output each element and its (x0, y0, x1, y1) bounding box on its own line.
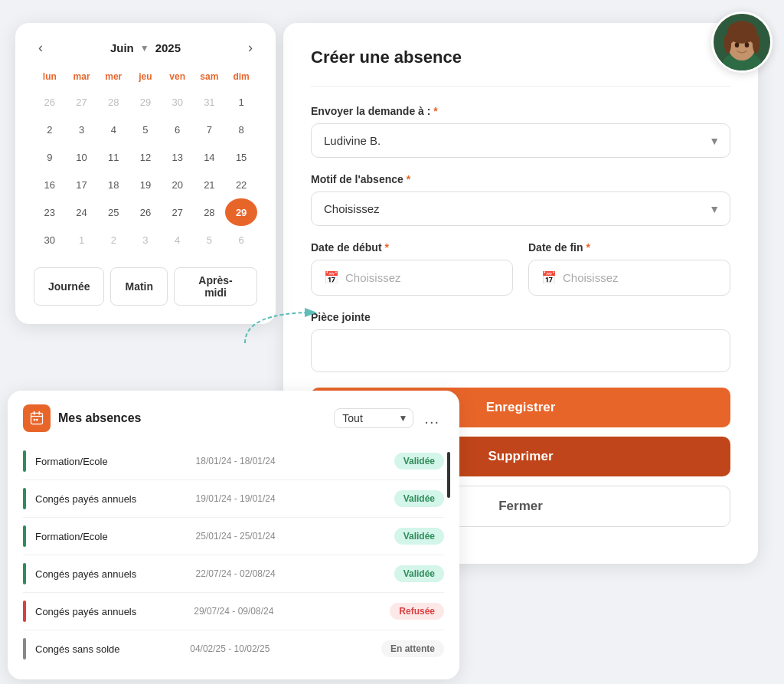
svg-rect-21 (36, 419, 38, 421)
cal-day[interactable]: 2 (97, 226, 129, 254)
cal-day[interactable]: 5 (194, 226, 226, 254)
absences-more-button[interactable]: ... (420, 408, 444, 429)
absence-row[interactable]: Formation/Ecole25/01/24 - 25/01/24Validé… (23, 518, 444, 555)
cal-day[interactable]: 19 (129, 171, 162, 198)
motif-label: Motif de l'absence * (311, 173, 730, 185)
cal-day[interactable]: 6 (225, 226, 257, 254)
date-debut-label: Date de début * (311, 241, 513, 254)
calendar-dropdown-icon: ▼ (140, 43, 149, 54)
date-debut-input[interactable]: 📅 Choisissez (311, 260, 513, 296)
cal-day[interactable]: 13 (162, 143, 194, 171)
cal-day[interactable]: 30 (34, 226, 66, 254)
absence-type: Congés payés annuels (35, 568, 187, 580)
cal-day[interactable]: 21 (194, 171, 226, 198)
cal-day[interactable]: 26 (129, 198, 162, 226)
calendar-month-label: Juin (110, 41, 134, 54)
cal-day[interactable]: 23 (34, 198, 66, 226)
date-row: Date de début * 📅 Choisissez Date de fin… (311, 241, 730, 311)
cal-day[interactable]: 25 (97, 198, 129, 226)
date-fin-input[interactable]: 📅 Choisissez (528, 260, 730, 296)
period-btn-apres-midi[interactable]: Après-midi (174, 267, 257, 306)
cal-day-header-mer: mer (97, 68, 129, 88)
absence-type: Formation/Ecole (35, 531, 187, 542)
cal-day[interactable]: 6 (162, 116, 194, 143)
cal-day[interactable]: 1 (66, 226, 98, 254)
cal-day[interactable]: 3 (129, 226, 162, 254)
cal-day[interactable]: 18 (97, 171, 129, 198)
recipient-select-wrap: Ludivine B. ▼ (311, 123, 730, 158)
cal-day[interactable]: 31 (194, 88, 226, 116)
recipient-select[interactable]: Ludivine B. (311, 123, 730, 158)
absence-status: En attente (381, 640, 444, 657)
cal-day[interactable]: 20 (162, 171, 194, 198)
absence-row[interactable]: Formation/Ecole18/01/24 - 18/01/24Validé… (23, 443, 444, 480)
cal-day[interactable]: 5 (129, 116, 162, 143)
cal-day[interactable]: 4 (162, 226, 194, 254)
recipient-label: Envoyer la demande à : * (311, 105, 730, 117)
cal-day-header-lun: lun (34, 68, 66, 88)
cal-day[interactable]: 16 (34, 171, 66, 198)
absence-row[interactable]: Congés sans solde04/02/25 - 10/02/25En a… (23, 630, 444, 667)
cal-day[interactable]: 8 (225, 116, 257, 143)
date-debut-required: * (384, 241, 388, 254)
calendar-year-label: 2025 (155, 41, 181, 54)
recipient-group: Envoyer la demande à : * Ludivine B. ▼ (311, 105, 730, 158)
absence-bar (23, 525, 26, 547)
absence-type: Formation/Ecole (35, 456, 187, 467)
cal-day[interactable]: 11 (97, 143, 129, 171)
calendar-period-buttons: Journée Matin Après-midi (34, 267, 257, 306)
date-fin-group: Date de fin * 📅 Choisissez (528, 241, 730, 296)
cal-day[interactable]: 27 (66, 88, 98, 116)
cal-day[interactable]: 1 (225, 88, 257, 116)
absence-row[interactable]: Congés payés annuels19/01/24 - 19/01/24V… (23, 480, 444, 518)
cal-day[interactable]: 24 (66, 198, 98, 226)
cal-day[interactable]: 4 (97, 116, 129, 143)
calendar-month-year: Juin ▼ 2025 (110, 41, 181, 54)
recipient-required: * (433, 105, 437, 117)
absences-filter-select[interactable]: Tout Validée Refusée En attente (334, 408, 413, 428)
motif-required: * (407, 173, 410, 185)
cal-day[interactable]: 3 (66, 116, 98, 143)
cal-day[interactable]: 12 (129, 143, 162, 171)
cal-day[interactable]: 27 (162, 198, 194, 226)
cal-day[interactable]: 14 (194, 143, 226, 171)
cal-day[interactable]: 29 (129, 88, 162, 116)
period-btn-journee[interactable]: Journée (34, 267, 104, 306)
absence-status: Validée (394, 528, 444, 545)
absence-dates: 19/01/24 - 19/01/24 (196, 493, 385, 504)
cal-day[interactable]: 28 (194, 198, 226, 226)
cal-day[interactable]: 26 (34, 88, 66, 116)
period-btn-matin[interactable]: Matin (110, 267, 168, 306)
cal-day[interactable]: 10 (66, 143, 98, 171)
motif-select[interactable]: Choisissez (311, 191, 730, 226)
cal-day[interactable]: 30 (162, 88, 194, 116)
motif-select-wrap: Choisissez ▼ (311, 191, 730, 226)
absence-status: Refusée (390, 603, 444, 620)
calendar-prev-button[interactable]: ‹ (34, 38, 47, 57)
avatar (711, 11, 773, 73)
cal-day[interactable]: 28 (97, 88, 129, 116)
absence-bar (23, 601, 26, 622)
absence-type: Congés sans solde (35, 643, 181, 655)
piece-jointe-area[interactable] (311, 329, 730, 372)
absence-dates: 04/02/25 - 10/02/25 (190, 643, 372, 654)
cal-day[interactable]: 17 (66, 171, 98, 198)
cal-day[interactable]: 29 (225, 198, 257, 226)
absence-status: Validée (394, 565, 444, 582)
absence-dates: 25/01/24 - 25/01/24 (196, 531, 385, 542)
calendar-next-button[interactable]: › (243, 38, 257, 57)
absence-row[interactable]: Congés payés annuels29/07/24 - 09/08/24R… (23, 593, 444, 630)
cal-day[interactable]: 22 (225, 171, 257, 198)
motif-group: Motif de l'absence * Choisissez ▼ (311, 173, 730, 226)
absence-bar (23, 450, 26, 472)
cal-day[interactable]: 9 (34, 143, 66, 171)
cal-day[interactable]: 2 (34, 116, 66, 143)
absences-filter-select-wrap: Tout Validée Refusée En attente ▼ (334, 408, 413, 428)
calendar-card: ‹ Juin ▼ 2025 › lun mar mer jeu ven sam … (15, 23, 276, 324)
cal-day-header-dim: dim (225, 68, 257, 88)
absence-row[interactable]: Congés payés annuels22/07/24 - 02/08/24V… (23, 555, 444, 593)
calendar-icon-debut: 📅 (324, 270, 339, 285)
cal-day[interactable]: 7 (194, 116, 226, 143)
cal-day[interactable]: 15 (225, 143, 257, 171)
piece-jointe-label: Pièce jointe (311, 311, 730, 323)
